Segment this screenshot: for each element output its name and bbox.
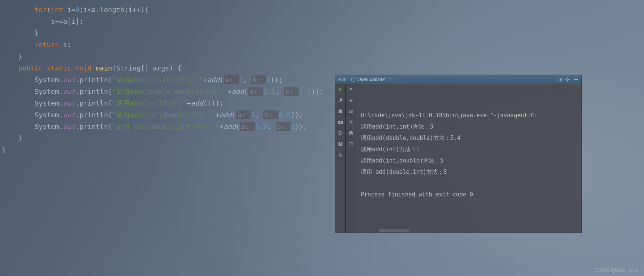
exit-icon[interactable] [337, 130, 343, 136]
wrench-icon[interactable] [337, 97, 343, 103]
minimize-icon[interactable] [573, 77, 578, 82]
console-line: 调用 add(double,int)方法：8 [361, 166, 577, 178]
console-output[interactable]: D:\code\java\jdk-11.0.18\bin\java.exe "-… [356, 84, 581, 233]
layout-icon[interactable] [337, 141, 343, 147]
run-tab[interactable]: OverLoadTest × [351, 77, 391, 82]
svg-point-4 [566, 78, 568, 80]
wrap-icon[interactable] [348, 108, 354, 114]
watermark-text: CSDN @kiko_tsuki [595, 267, 639, 273]
run-tab-label: OverLoadTest [357, 77, 386, 82]
run-tool-window: Run: OverLoadTest × [335, 75, 582, 233]
run-gutter-primary [335, 84, 346, 233]
horizontal-scrollbar[interactable] [379, 229, 409, 232]
svg-rect-12 [349, 120, 353, 124]
rerun-icon[interactable] [337, 86, 343, 92]
console-line: 调用add(int)方法：1 [361, 144, 577, 155]
run-header: Run: OverLoadTest × [335, 75, 581, 84]
console-line: 调用add(int,double)方法：5 [361, 155, 577, 166]
console-line: 调用add(double,double)方法：5.4 [361, 132, 577, 144]
dock-icon[interactable] [557, 77, 562, 82]
scroll-icon[interactable] [348, 119, 354, 125]
down-icon[interactable] [348, 97, 354, 103]
console-line: D:\code\java\jdk-11.0.18\bin\java.exe "-… [361, 110, 577, 121]
close-tab-icon[interactable]: × [389, 77, 391, 82]
svg-rect-13 [349, 131, 352, 133]
stop-icon[interactable] [337, 108, 343, 114]
console-line: Process finished with exit code 0 [361, 189, 577, 200]
code-line[interactable]: for(int i=0;i<a.length;i++){ [0, 4, 644, 15]
code-line[interactable]: } [0, 27, 644, 39]
svg-rect-6 [339, 110, 342, 113]
svg-rect-15 [349, 134, 352, 135]
svg-rect-11 [338, 144, 342, 146]
code-line[interactable]: s+=a[i]; [0, 15, 644, 27]
trash-icon[interactable] [348, 141, 354, 147]
run-config-icon [351, 77, 356, 82]
svg-rect-10 [340, 142, 342, 144]
svg-rect-3 [560, 78, 562, 81]
run-gutter-secondary [346, 84, 356, 233]
run-label: Run: [338, 77, 348, 82]
svg-point-8 [339, 121, 341, 123]
svg-rect-1 [352, 78, 355, 81]
up-icon[interactable] [348, 86, 354, 92]
svg-rect-9 [338, 142, 340, 144]
print-icon[interactable] [348, 130, 354, 136]
gear-icon[interactable] [565, 77, 570, 82]
code-line[interactable]: } [0, 51, 644, 62]
pin-icon[interactable] [337, 152, 343, 158]
camera-icon[interactable] [337, 119, 343, 125]
code-line[interactable]: return s; [0, 39, 644, 51]
code-line[interactable]: public static void main(String[] args) { [0, 62, 644, 74]
console-line: 调用add(int,int)方法：3 [361, 121, 577, 132]
console-line [361, 178, 577, 189]
